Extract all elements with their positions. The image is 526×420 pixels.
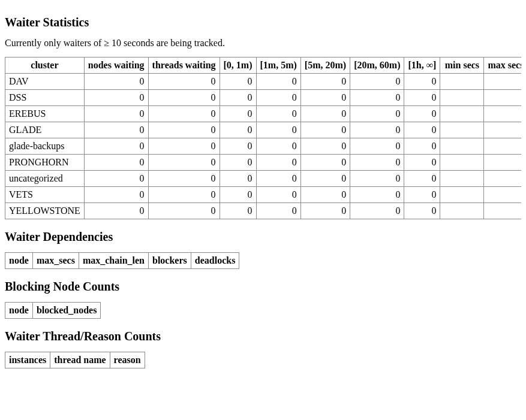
cell-min-secs xyxy=(440,74,484,90)
waiter-statistics-table: cluster nodes waiting threads waiting [0… xyxy=(5,57,521,219)
cell-1m-5m: 0 xyxy=(256,203,300,219)
cell-max-secs xyxy=(484,90,521,106)
cell-5m-20m: 0 xyxy=(300,155,350,171)
cell-min-secs xyxy=(440,90,484,106)
table-row: DAV0000000 xyxy=(5,74,522,90)
waiter-dependencies-heading: Waiter Dependencies xyxy=(5,230,521,244)
cell-0-1m: 0 xyxy=(220,138,256,155)
col-blocked-nodes: blocked_nodes xyxy=(32,303,100,319)
table-row: DSS0000000 xyxy=(5,90,522,106)
cell-nodes-waiting: 0 xyxy=(84,138,148,155)
cell-max-secs xyxy=(484,155,521,171)
cell-5m-20m: 0 xyxy=(300,138,350,155)
cell-threads-waiting: 0 xyxy=(148,90,220,106)
cell-max-secs xyxy=(484,171,521,187)
cell-threads-waiting: 0 xyxy=(148,187,220,203)
cell-0-1m: 0 xyxy=(220,155,256,171)
cell-1h-inf: 0 xyxy=(404,138,440,155)
cell-5m-20m: 0 xyxy=(300,203,350,219)
cell-1h-inf: 0 xyxy=(404,203,440,219)
cell-20m-60m: 0 xyxy=(350,203,404,219)
cell-cluster: EREBUS xyxy=(5,106,85,122)
blocking-node-counts-table: node blocked_nodes xyxy=(5,302,101,319)
col-deadlocks: deadlocks xyxy=(191,253,239,269)
cell-threads-waiting: 0 xyxy=(148,155,220,171)
table-row: VETS0000000 xyxy=(5,187,522,203)
cell-threads-waiting: 0 xyxy=(148,122,220,138)
cell-5m-20m: 0 xyxy=(300,106,350,122)
cell-1h-inf: 0 xyxy=(404,90,440,106)
cell-20m-60m: 0 xyxy=(350,90,404,106)
cell-cluster: GLADE xyxy=(5,122,85,138)
cell-nodes-waiting: 0 xyxy=(84,74,148,90)
cell-min-secs xyxy=(440,106,484,122)
cell-20m-60m: 0 xyxy=(350,155,404,171)
cell-0-1m: 0 xyxy=(220,187,256,203)
cell-cluster: DSS xyxy=(5,90,85,106)
cell-0-1m: 0 xyxy=(220,90,256,106)
cell-20m-60m: 0 xyxy=(350,187,404,203)
cell-nodes-waiting: 0 xyxy=(84,122,148,138)
cell-cluster: PRONGHORN xyxy=(5,155,85,171)
waiter-thread-reason-heading: Waiter Thread/Reason Counts xyxy=(5,330,521,343)
cell-5m-20m: 0 xyxy=(300,187,350,203)
waiter-thread-reason-table: instances thread name reason xyxy=(5,352,145,368)
cell-20m-60m: 0 xyxy=(350,138,404,155)
cell-1m-5m: 0 xyxy=(256,187,300,203)
cell-threads-waiting: 0 xyxy=(148,74,220,90)
cell-1m-5m: 0 xyxy=(256,74,300,90)
cell-cluster: YELLOWSTONE xyxy=(5,203,85,219)
table-header-row: node blocked_nodes xyxy=(5,303,101,319)
waiter-statistics-heading: Waiter Statistics xyxy=(5,16,521,29)
table-row: glade-backups0000000 xyxy=(5,138,522,155)
table-row: PRONGHORN0000000 xyxy=(5,155,522,171)
table-row: GLADE0000000 xyxy=(5,122,522,138)
cell-1h-inf: 0 xyxy=(404,106,440,122)
waiter-statistics-intro: Currently only waiters of ≥ 10 seconds a… xyxy=(5,38,521,49)
col-max-secs: max secs xyxy=(484,58,521,74)
cell-1m-5m: 0 xyxy=(256,106,300,122)
cell-nodes-waiting: 0 xyxy=(84,155,148,171)
table-header-row: instances thread name reason xyxy=(5,352,145,368)
table-row: EREBUS0000000 xyxy=(5,106,522,122)
cell-max-secs xyxy=(484,122,521,138)
cell-min-secs xyxy=(440,203,484,219)
cell-min-secs xyxy=(440,122,484,138)
cell-cluster: glade-backups xyxy=(5,138,85,155)
col-cluster: cluster xyxy=(5,58,85,74)
cell-5m-20m: 0 xyxy=(300,90,350,106)
cell-threads-waiting: 0 xyxy=(148,171,220,187)
cell-threads-waiting: 0 xyxy=(148,138,220,155)
cell-1m-5m: 0 xyxy=(256,171,300,187)
cell-20m-60m: 0 xyxy=(350,122,404,138)
col-max-chain-len: max_chain_len xyxy=(79,253,148,269)
cell-5m-20m: 0 xyxy=(300,122,350,138)
cell-1m-5m: 0 xyxy=(256,90,300,106)
cell-cluster: VETS xyxy=(5,187,85,203)
cell-1m-5m: 0 xyxy=(256,138,300,155)
cell-1h-inf: 0 xyxy=(404,122,440,138)
cell-nodes-waiting: 0 xyxy=(84,187,148,203)
table-row: uncategorized0000000 xyxy=(5,171,522,187)
col-max-secs: max_secs xyxy=(32,253,79,269)
cell-cluster: DAV xyxy=(5,74,85,90)
col-reason: reason xyxy=(110,352,145,368)
cell-20m-60m: 0 xyxy=(350,171,404,187)
col-0-1m: [0, 1m) xyxy=(220,58,256,74)
col-nodes-waiting: nodes waiting xyxy=(84,58,148,74)
cell-nodes-waiting: 0 xyxy=(84,90,148,106)
cell-min-secs xyxy=(440,171,484,187)
cell-1m-5m: 0 xyxy=(256,122,300,138)
table-header-row: node max_secs max_chain_len blockers dea… xyxy=(5,253,239,269)
cell-1m-5m: 0 xyxy=(256,155,300,171)
blocking-node-counts-heading: Blocking Node Counts xyxy=(5,280,521,294)
col-blockers: blockers xyxy=(149,253,191,269)
cell-nodes-waiting: 0 xyxy=(84,171,148,187)
col-20m-60m: [20m, 60m) xyxy=(350,58,404,74)
table-header-row: cluster nodes waiting threads waiting [0… xyxy=(5,58,522,74)
col-node: node xyxy=(5,253,33,269)
cell-max-secs xyxy=(484,187,521,203)
cell-nodes-waiting: 0 xyxy=(84,106,148,122)
cell-max-secs xyxy=(484,138,521,155)
col-min-secs: min secs xyxy=(440,58,484,74)
